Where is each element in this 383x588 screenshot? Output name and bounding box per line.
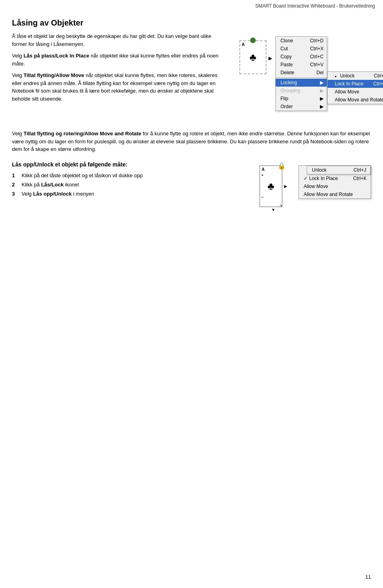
- paragraph-2: Velg Lås på plass/Lock In Place når obje…: [12, 52, 227, 67]
- unlock-right: 🔒 A + ♣ − ↘ ▶ ▼: [259, 161, 371, 207]
- bottom-section: Velg Tillat flytting og rotering/Allow M…: [12, 130, 371, 153]
- step-list: 1 Klikk på det låste objektet og et låsi…: [12, 172, 247, 197]
- menu-item-copy: CopyCtrl+C: [276, 53, 327, 61]
- step-1-num: 1: [12, 172, 18, 178]
- context-menu-sub: ● UnlockCtrl+J Lock In PlaceCtrl+K Allow…: [327, 71, 383, 104]
- unlock-menu-item-unlock: UnlockCtrl+J: [307, 166, 371, 174]
- card-letter-top: A: [242, 42, 245, 47]
- step-3: 3 Velg Lås opp/Unlock i menyen: [12, 191, 247, 197]
- p2-prefix: Velg: [12, 53, 24, 59]
- step-2-num: 2: [12, 182, 18, 188]
- step-2-bold: Lås/Lock: [41, 182, 63, 188]
- unlock-left: Lås opp/Unlock et objekt på følgende måt…: [12, 161, 247, 207]
- main-content: Låsing av Objekter Å låse et objekt lar …: [0, 10, 383, 215]
- right-arrow: ▶: [284, 184, 287, 188]
- unlock-heading: Lås opp/Unlock et objekt på følgende måt…: [12, 161, 247, 168]
- header-title: SMART Board Interactive Whiteboard - Bru…: [255, 3, 375, 9]
- step-2: 2 Klikk på Lås/Lock ikonet: [12, 182, 247, 188]
- paragraph-3: Velg Tillat flytting/Allow Move når obje…: [12, 71, 227, 103]
- context-menu-main: CloneCtrl+D CutCtrl+X CopyCtrl+C PasteCt…: [275, 36, 327, 111]
- page-title: Låsing av Objekter: [12, 18, 371, 28]
- menu-item-delete: DeleteDel: [276, 69, 327, 77]
- paragraph-1: Å låse et objekt lar deg beskytte de ege…: [12, 32, 227, 48]
- lock-icon: 🔒: [278, 162, 286, 170]
- menu-item-order: Order▶: [276, 103, 327, 111]
- context-menu-area: A ♣ ▶ CloneCtrl+D CutCtrl+X CopyCtrl+C P…: [235, 32, 371, 124]
- unlock-menu-item-allowmove: Allow Move: [299, 182, 371, 190]
- page-number: 11: [365, 574, 371, 580]
- unlock-section: Lås opp/Unlock et objekt på følgende måt…: [12, 161, 371, 207]
- card-minus: −: [261, 195, 263, 199]
- menu-item-locking: Locking▶: [276, 79, 327, 87]
- unlock-menu-item-lockinplace: ✓Lock In PlaceCtrl+K: [299, 174, 371, 182]
- separator-1: [276, 77, 327, 78]
- p3-prefix: Velg: [12, 72, 24, 78]
- page-header: SMART Board Interactive Whiteboard - Bru…: [0, 0, 383, 10]
- step-2-suffix: ikonet: [64, 182, 79, 188]
- card-letter-unlock: A: [262, 167, 265, 172]
- menu-item-paste: PasteCtrl+V: [276, 61, 327, 69]
- p4-bold: Tillat flytting og rotering/Allow Move a…: [24, 131, 141, 137]
- menu-item-grouping: Grouping▶: [276, 87, 327, 95]
- step-3-prefix: Velg: [22, 191, 33, 197]
- corner-arrow: ↘: [279, 203, 282, 207]
- card-plus: +: [261, 173, 263, 177]
- p3-bold: Tillat flytting/Allow Move: [24, 72, 84, 78]
- step-2-text: Klikk på Lås/Lock ikonet: [22, 182, 79, 188]
- paragraph-4: Velg Tillat flytting og rotering/Allow M…: [12, 130, 371, 153]
- step-3-text: Velg Lås opp/Unlock i menyen: [22, 191, 94, 197]
- card-arrow-right: ▶: [268, 55, 272, 61]
- step-3-bold: Lås opp/Unlock: [33, 191, 72, 197]
- submenu-item-allowmoverotate: Allow Move and Rotate: [328, 96, 383, 104]
- top-section: Å låse et objekt lar deg beskytte de ege…: [12, 32, 371, 124]
- menu-item-clone: CloneCtrl+D: [276, 37, 327, 45]
- step-1-text: Klikk på det låste objektet og et låsiko…: [22, 172, 143, 178]
- menu-item-cut: CutCtrl+X: [276, 45, 327, 53]
- step-3-suffix: i menyen: [72, 191, 94, 197]
- submenu-item-lockinplace: Lock In PlaceCtrl+K: [328, 80, 383, 88]
- menu-item-flip: Flip▶: [276, 95, 327, 103]
- unlock-menu-item-allowmoverotate: Allow Move and Rotate: [299, 190, 371, 198]
- p2-bold: Lås på plass/Lock In Place: [24, 53, 89, 59]
- bottom-arrow: ▼: [271, 208, 275, 212]
- card-symbol: ♣: [249, 51, 256, 63]
- step-3-num: 3: [12, 191, 18, 197]
- step-2-prefix: Klikk på: [22, 182, 41, 188]
- top-left-text: Å låse et objekt lar deg beskytte de ege…: [12, 32, 227, 124]
- p4-prefix: Velg: [12, 131, 24, 137]
- submenu-item-unlock: ● UnlockCtrl+J: [328, 72, 383, 80]
- unlock-submenu: UnlockCtrl+J ✓Lock In PlaceCtrl+K Allow …: [290, 165, 371, 199]
- card-symbol-unlock: ♣: [267, 180, 274, 192]
- submenu-item-allowmove: Allow Move: [328, 88, 383, 96]
- step-1: 1 Klikk på det låste objektet og et låsi…: [12, 172, 247, 178]
